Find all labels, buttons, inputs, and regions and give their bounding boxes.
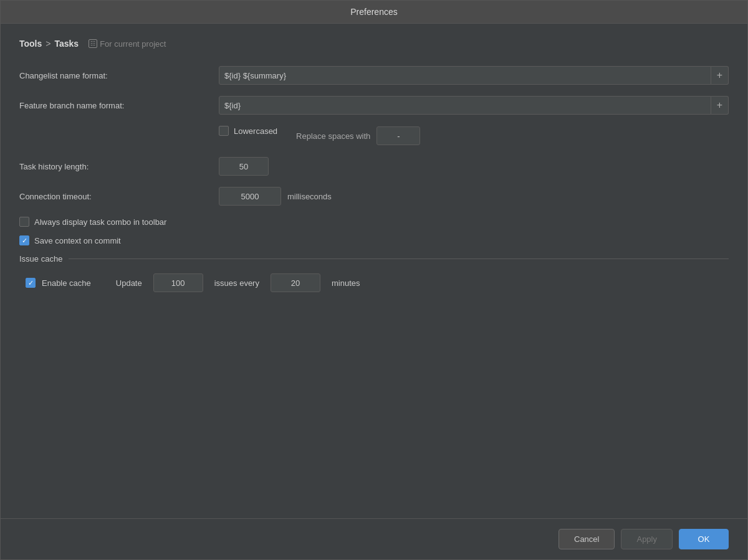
connection-timeout-row: Connection timeout: milliseconds (19, 187, 729, 206)
save-context-checkbox[interactable] (19, 235, 29, 245)
breadcrumb-tasks[interactable]: Tasks (54, 39, 79, 49)
title-bar: Preferences (1, 1, 747, 24)
branch-label: Feature branch name format: (19, 101, 219, 110)
branch-plus-button[interactable]: + (711, 96, 729, 115)
save-context-row: Save context on commit (19, 235, 729, 245)
enable-cache-label: Enable cache (42, 278, 91, 288)
lowercased-row: Lowercased Replace spaces with (19, 126, 729, 146)
replace-spaces-label: Replace spaces with (296, 131, 370, 141)
lowercased-checkbox-row: Lowercased (219, 126, 277, 136)
branch-row: Feature branch name format: + (19, 96, 729, 115)
replace-spaces-input[interactable] (376, 126, 420, 145)
project-link-label: For current project (100, 39, 166, 49)
changelist-row: Changelist name format: + (19, 66, 729, 85)
connection-timeout-group: milliseconds (219, 187, 729, 206)
task-history-row: Task history length: (19, 157, 729, 176)
connection-timeout-label: Connection timeout: (19, 192, 219, 201)
always-display-label: Always display task combo in toolbar (34, 217, 166, 227)
changelist-label: Changelist name format: (19, 71, 219, 80)
cancel-button[interactable]: Cancel (559, 529, 615, 549)
footer: Cancel Apply OK (1, 518, 747, 559)
task-history-input[interactable] (219, 157, 269, 176)
milliseconds-label: milliseconds (287, 192, 332, 201)
always-display-row: Always display task combo in toolbar (19, 217, 729, 227)
apply-button[interactable]: Apply (621, 529, 673, 549)
task-history-label: Task history length: (19, 162, 219, 171)
lowercased-checkbox[interactable] (219, 126, 229, 136)
project-link[interactable]: ☷ For current project (89, 39, 166, 49)
task-history-input-group (219, 157, 729, 176)
branch-input[interactable] (219, 96, 711, 115)
content-area: Tools > Tasks ☷ For current project Chan… (1, 24, 747, 518)
changelist-input[interactable] (219, 66, 711, 85)
issue-cache-title: Issue cache (19, 254, 62, 263)
enable-cache-checkbox[interactable] (26, 278, 36, 288)
changelist-input-group: + (219, 66, 729, 85)
update-label: Update (116, 278, 142, 288)
minutes-label: minutes (332, 278, 360, 288)
always-display-checkbox[interactable] (19, 217, 29, 227)
issues-every-label: issues every (214, 278, 259, 288)
replace-spaces-group: Replace spaces with (296, 126, 420, 145)
save-context-label: Save context on commit (34, 236, 121, 245)
breadcrumb-separator: > (46, 39, 50, 49)
dialog-title: Preferences (350, 7, 397, 17)
branch-input-group: + (219, 96, 729, 115)
lowercased-group: Lowercased Replace spaces with (219, 126, 729, 146)
changelist-plus-button[interactable]: + (711, 66, 729, 85)
breadcrumb: Tools > Tasks ☷ For current project (19, 39, 729, 49)
interval-input[interactable] (271, 273, 320, 292)
issue-cache-header: Issue cache (19, 254, 729, 263)
ok-button[interactable]: OK (679, 529, 729, 549)
preferences-dialog: Preferences Tools > Tasks ☷ For current … (0, 0, 748, 560)
lowercased-label: Lowercased (234, 126, 277, 136)
update-value-input[interactable] (153, 273, 203, 292)
issue-cache-row: Enable cache Update issues every minutes (19, 273, 729, 292)
project-icon: ☷ (89, 39, 97, 48)
breadcrumb-tools[interactable]: Tools (19, 39, 42, 49)
connection-timeout-input[interactable] (219, 187, 281, 206)
